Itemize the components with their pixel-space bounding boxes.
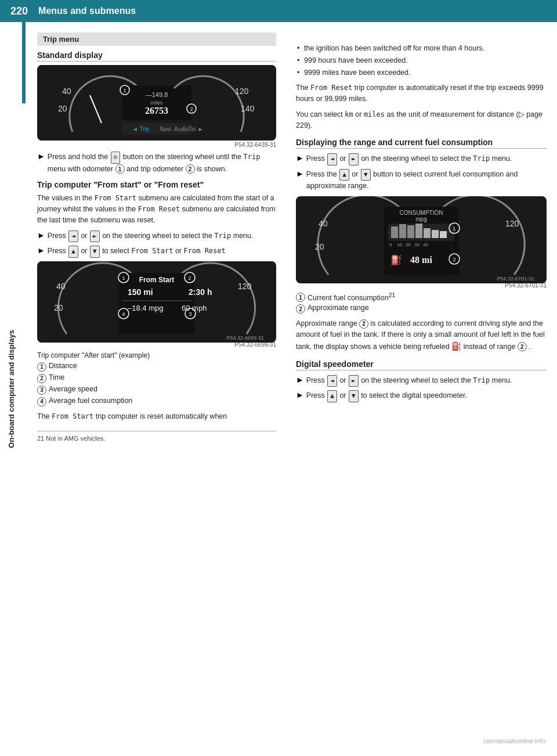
svg-text:120: 120: [238, 282, 252, 291]
watermark: carmanualsonline.info: [483, 737, 545, 744]
instruction-left-right-1: ► Press ◄ or ► on the steering wheel to …: [37, 231, 276, 243]
arrow-icon-7: ►: [296, 390, 304, 399]
svg-text:Navi: Navi: [160, 126, 171, 132]
svg-text:0: 0: [389, 242, 392, 247]
svg-rect-54: [440, 231, 447, 238]
bullet-item-2: 999 hours have been exceeded.: [296, 55, 547, 66]
list-item-2: 2 Time: [37, 373, 276, 383]
btn-up-3[interactable]: ▲: [327, 390, 337, 402]
sidebar-label-text: On-board computer and displays: [7, 330, 16, 448]
svg-rect-48: [391, 226, 398, 238]
list-item-1: 1 Distance: [37, 362, 276, 372]
cluster-svg-3: 20 40 120 CONSUMPTION mpg: [296, 196, 547, 283]
trip-computer-heading: Trip computer "From start" or "From rese…: [37, 180, 276, 189]
btn-right-1[interactable]: ►: [90, 231, 100, 243]
consumption-item-1: 1 Current fuel consumption21: [296, 292, 547, 302]
instruction1-text: Press ◄ or ► on the steering wheel to se…: [48, 231, 276, 243]
arrow-icon-6: ►: [296, 375, 304, 384]
trip-after-start-label: Trip computer "After start" (example): [37, 351, 276, 359]
bullet-item-3: 9999 miles have been exceeded.: [296, 67, 547, 78]
fuel-instruction-1: ► Press ◄ or ► on the steering wheel to …: [296, 153, 547, 165]
arrow-icon-3: ►: [37, 246, 45, 255]
svg-rect-53: [432, 230, 439, 238]
svg-text:CONSUMPTION: CONSUMPTION: [400, 210, 443, 216]
button-menu: ⊝: [111, 152, 121, 164]
svg-text:2:30 h: 2:30 h: [189, 287, 212, 297]
arrow-icon-2: ►: [37, 231, 45, 240]
fuel-icon: ⛽: [451, 341, 461, 351]
cluster-image-3: 20 40 120 CONSUMPTION mpg: [296, 196, 547, 283]
cluster-svg-1: 20 40 —149.8 miles 26753 1 2 ◄ Trip Navi: [37, 65, 276, 141]
svg-rect-49: [399, 224, 406, 238]
approx-range-desc: Approximate range 2 is calculated accord…: [296, 318, 547, 352]
instruction2-text: Press ▲ or ▼ to select From Start or Fro…: [48, 246, 276, 258]
svg-text:2: 2: [190, 106, 193, 112]
arrow-icon-5: ►: [296, 169, 304, 178]
svg-text:4: 4: [122, 311, 125, 317]
svg-text:20: 20: [58, 104, 67, 113]
svg-text:20: 20: [315, 242, 324, 251]
arrow-icon-1: ►: [37, 152, 45, 161]
btn-left-2[interactable]: ◄: [327, 153, 337, 165]
bullet-list: the ignition has been switched off for m…: [296, 43, 547, 78]
svg-rect-50: [407, 225, 414, 238]
km-miles-desc: You can select km or miles as the unit o…: [296, 109, 547, 131]
svg-text:3: 3: [189, 311, 191, 317]
svg-text:140: 140: [241, 104, 255, 113]
cluster-svg-2: 20 40 120 1 From Start 2 150 mi 2:30 h –…: [37, 261, 276, 343]
svg-text:40: 40: [56, 282, 66, 291]
list-item-4: 4 Average fuel consumption: [37, 397, 276, 406]
footnote: 21 Not in AMG vehicles.: [37, 431, 276, 442]
header: 220 Menus and submenus: [0, 0, 557, 22]
svg-text:P54.32-6701-31: P54.32-6701-31: [497, 276, 534, 282]
standard-display-title: Standard display: [37, 51, 276, 62]
cluster1-caption: P54.32-6439-31: [37, 142, 276, 148]
btn-down-1[interactable]: ▼: [90, 246, 100, 258]
svg-text:mpg: mpg: [415, 216, 426, 222]
svg-text:26753: 26753: [145, 106, 168, 116]
main-content: Trip menu Standard display 20 40 —149.8 …: [26, 22, 557, 452]
trip-items-list: 1 Distance 2 Time 3 Average speed 4 Aver…: [37, 362, 276, 406]
svg-text:120: 120: [235, 87, 249, 96]
trip-menu-label: Trip menu: [37, 33, 276, 46]
svg-text:Audio: Audio: [174, 126, 189, 132]
btn-up-2[interactable]: ▲: [339, 169, 349, 181]
digital-instruction-1: ► Press ◄ or ► on the steering wheel to …: [296, 375, 547, 387]
btn-left-3[interactable]: ◄: [327, 375, 337, 387]
fuel-heading: Displaying the range and current fuel co…: [296, 138, 547, 149]
btn-right-2[interactable]: ►: [349, 153, 359, 165]
cluster-image-1: 20 40 —149.8 miles 26753 1 2 ◄ Trip Navi: [37, 65, 276, 141]
header-title: Menus and submenus: [38, 6, 136, 16]
btn-right-3[interactable]: ►: [349, 375, 359, 387]
svg-rect-52: [424, 228, 431, 238]
digital-instr2-text: Press ▲ or ▼ to select the digital speed…: [306, 390, 547, 402]
btn-left-1[interactable]: ◄: [68, 231, 78, 243]
svg-text:–18.4 mpg: –18.4 mpg: [128, 304, 163, 312]
svg-rect-51: [415, 224, 422, 238]
from-reset-desc: The From Reset trip computer is automati…: [296, 82, 547, 105]
svg-text:40: 40: [62, 87, 71, 96]
svg-text:—149.8: —149.8: [146, 91, 168, 98]
svg-text:1: 1: [453, 226, 455, 232]
digital-instruction-2: ► Press ▲ or ▼ to select the digital spe…: [296, 390, 547, 402]
arrow-icon-4: ►: [296, 153, 304, 163]
right-column: the ignition has been switched off for m…: [287, 22, 557, 452]
digital-instr1-text: Press ◄ or ► on the steering wheel to se…: [306, 375, 547, 387]
left-column: Trip menu Standard display 20 40 —149.8 …: [26, 22, 287, 452]
fuel-instr2-text: Press the ▲ or ▼ button to select curren…: [306, 169, 547, 192]
svg-text:From Start: From Start: [139, 276, 175, 284]
cluster-image-2: 20 40 120 1 From Start 2 150 mi 2:30 h –…: [37, 261, 276, 343]
page-number: 220: [10, 5, 28, 17]
svg-text:miles: miles: [150, 100, 163, 106]
instruction-press-hold: ► Press and hold the ⊝ button on the ste…: [37, 152, 276, 174]
digital-heading: Digital speedometer: [296, 359, 547, 370]
svg-text:P54.32-6699-31: P54.32-6699-31: [226, 335, 264, 341]
btn-down-3[interactable]: ▼: [349, 390, 359, 402]
svg-text:20: 20: [406, 242, 411, 247]
instruction-up-down-1: ► Press ▲ or ▼ to select From Start or F…: [37, 246, 276, 258]
svg-text:20: 20: [54, 303, 63, 312]
bullet-item-1: the ignition has been switched off for m…: [296, 43, 547, 54]
svg-text:48 mi: 48 mi: [410, 255, 432, 265]
btn-up-1[interactable]: ▲: [68, 246, 78, 258]
btn-down-2[interactable]: ▼: [361, 169, 371, 181]
